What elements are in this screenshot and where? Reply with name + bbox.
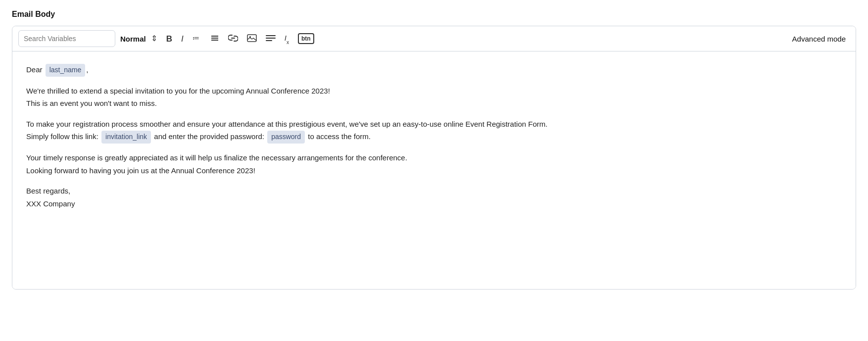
best-regards: Best regards, [26,187,70,195]
align-icon [266,34,276,44]
insert-button-button[interactable]: btn [295,31,317,47]
intro-line1: We're thrilled to extend a special invit… [26,87,330,95]
ordered-list-icon: ≔ [193,34,201,44]
link-prefix: Simply follow this link: [26,132,98,141]
company-name: XXX Company [26,199,75,208]
ordered-list-button[interactable]: ≔ [190,32,204,46]
password-variable: password [267,131,305,144]
format-label: Normal [120,35,146,43]
format-select-arrow[interactable]: ⇕ [148,33,160,45]
bold-button[interactable]: B [163,33,175,45]
regards-paragraph: Best regards, XXX Company [26,185,842,210]
intro-paragraph: We're thrilled to extend a special invit… [26,85,842,110]
unordered-list-button[interactable] [207,32,222,46]
section-title: Email Body [12,10,856,19]
btn-icon: btn [298,33,314,45]
unordered-list-icon [210,34,219,44]
password-prefix: and enter the provided password: [154,132,264,141]
editor-container: Normal ⇕ B I ≔ [12,26,856,290]
looking-forward-line: Looking forward to having you join us at… [26,166,255,175]
toolbar: Normal ⇕ B I ≔ [12,26,856,51]
registration-paragraph: To make your registration process smooth… [26,118,842,144]
intro-line2: This is an event you won't want to miss. [26,99,157,107]
invitation-link-variable: invitation_link [101,131,151,144]
editor-body[interactable]: Dear last_name, We're thrilled to extend… [12,51,856,289]
closing-paragraph: Your timely response is greatly apprecia… [26,151,842,177]
greeting-suffix: , [86,65,88,74]
search-variables-input[interactable] [18,30,115,47]
advanced-mode-button[interactable]: Advanced mode [788,33,850,45]
access-suffix: to access the form. [308,132,371,141]
greeting-prefix: Dear [26,65,43,74]
align-button[interactable] [263,32,279,46]
greeting-paragraph: Dear last_name, [26,63,842,77]
svg-text:≔: ≔ [193,34,199,42]
image-button[interactable] [244,32,260,46]
clear-format-icon: Ix [285,34,289,44]
clear-format-button[interactable]: Ix [282,32,292,46]
link-button[interactable] [225,32,241,46]
link-icon [228,34,238,44]
timely-response-line: Your timely response is greatly apprecia… [26,153,407,162]
italic-button[interactable]: I [178,33,187,45]
image-icon [247,34,257,44]
last-name-variable: last_name [46,64,86,77]
registration-text: To make your registration process smooth… [26,120,547,128]
